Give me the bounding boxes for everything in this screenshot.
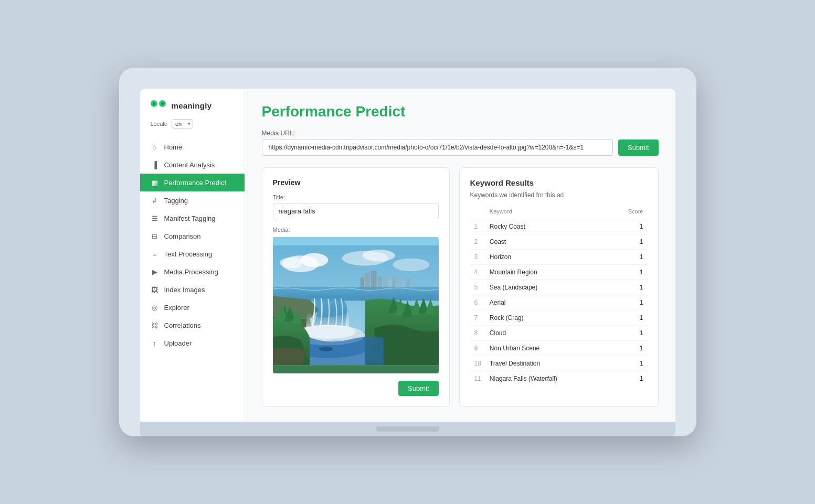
table-row: 8 Cloud 1 [470,326,648,341]
app-layout: meaningly Locale en fr de ⌂ H [140,89,675,422]
upload-icon: ↑ [151,339,159,347]
locale-label: Locale [151,121,167,127]
sidebar-item-correlations[interactable]: ⛓ Correlations [140,316,245,334]
sidebar-item-content-analysis[interactable]: ▐ Content Analysis [140,156,245,174]
url-input[interactable] [262,139,613,156]
preview-panel: Preview Title: Media: [262,167,450,407]
preview-footer: Submit [273,381,439,396]
logo: meaningly [140,89,245,119]
sidebar-item-index-images[interactable]: 🖼 Index Images [140,281,245,298]
locale-wrapper[interactable]: en fr de [172,119,193,128]
locale-select[interactable]: en fr de [172,119,193,128]
row-num: 10 [470,356,485,371]
row-keyword: Aerial [485,295,609,310]
row-score: 1 [609,341,648,356]
content-panels: Preview Title: Media: [262,167,659,407]
home-icon: ⌂ [151,143,159,151]
sidebar-item-content-analysis-label: Content Analysis [164,161,215,169]
sidebar-item-performance-predict[interactable]: ▦ Performance Predict [140,174,245,191]
svg-point-32 [319,347,332,351]
row-keyword: Sea (Landscape) [485,280,609,295]
hashtag-icon: # [151,196,159,205]
row-keyword: Horizon [485,250,609,265]
page-title: Performance Predict [262,103,659,120]
table-row: 2 Coast 1 [470,234,648,250]
link-icon: ⛓ [151,321,159,329]
sidebar-item-manifest-tagging[interactable]: ☰ Manifest Tagging [140,209,245,227]
row-num: 1 [470,219,485,234]
logo-eye-right [159,100,166,107]
sidebar-item-uploader-label: Uploader [164,339,192,347]
sliders-icon: ⊟ [151,232,159,240]
sidebar-item-comparison-label: Comparison [164,232,201,240]
table-row: 10 Travel Destination 1 [470,356,648,371]
row-score: 1 [609,310,648,326]
sidebar-item-tagging-label: Tagging [164,197,188,205]
table-row: 9 Non Urban Scene 1 [470,341,648,356]
row-num: 6 [470,295,485,310]
keyword-panel-title: Keyword Results [470,178,648,187]
sidebar-item-correlations-label: Correlations [164,321,201,329]
title-input[interactable] [273,203,439,219]
row-keyword: Travel Destination [485,356,609,371]
sidebar-item-home-label: Home [164,143,183,151]
title-field-label: Title: [273,194,439,200]
sidebar: meaningly Locale en fr de ⌂ H [140,89,245,422]
media-label: Media: [273,227,439,233]
sidebar-item-media-processing[interactable]: ▶ Media Processing [140,263,245,281]
sidebar-item-explorer-label: Explorer [164,304,189,312]
laptop-screen: meaningly Locale en fr de ⌂ H [140,89,675,422]
sidebar-item-home[interactable]: ⌂ Home [140,138,245,156]
row-score: 1 [609,219,648,234]
table-row: 4 Mountain Region 1 [470,265,648,280]
row-score: 1 [609,371,648,387]
keyword-table: Keyword Score 1 Rocky Coast 1 2 Coast 1 … [470,206,648,386]
row-score: 1 [609,280,648,295]
row-num: 11 [470,371,485,387]
laptop-frame: meaningly Locale en fr de ⌂ H [119,68,696,436]
sidebar-item-text-processing-label: Text Processing [164,250,213,258]
row-keyword: Mountain Region [485,265,609,280]
file-text-icon: ☰ [151,214,159,222]
sidebar-item-text-processing[interactable]: ≡ Text Processing [140,245,245,263]
sidebar-item-explorer[interactable]: ◎ Explorer [140,298,245,316]
row-num: 9 [470,341,485,356]
image-icon: 🖼 [151,285,159,294]
sidebar-item-uploader[interactable]: ↑ Uploader [140,334,245,352]
sidebar-item-comparison[interactable]: ⊟ Comparison [140,227,245,245]
url-input-row: Submit [262,139,659,156]
table-row: 3 Horizon 1 [470,250,648,265]
table-row: 1 Rocky Coast 1 [470,219,648,234]
row-score: 1 [609,295,648,310]
table-row: 7 Rock (Crag) 1 [470,310,648,326]
row-score: 1 [609,356,648,371]
laptop-bottom [140,422,675,436]
col-score: Score [609,206,648,219]
row-score: 1 [609,326,648,341]
logo-icon [151,100,167,111]
url-label: Media URL: [262,130,659,137]
url-section: Media URL: Submit [262,130,659,156]
table-icon: ▦ [151,178,159,187]
row-num: 3 [470,250,485,265]
keyword-panel: Keyword Results Keywords we identified f… [459,167,659,407]
row-score: 1 [609,265,648,280]
table-row: 11 Niagara Falls (Waterfall) 1 [470,371,648,387]
sidebar-nav: ⌂ Home ▐ Content Analysis ▦ Performance … [140,136,245,422]
compass-icon: ◎ [151,303,159,312]
svg-point-2 [300,253,328,267]
sidebar-item-media-processing-label: Media Processing [164,268,218,276]
main-content: Performance Predict Media URL: Submit Pr… [245,89,675,422]
row-keyword: Rock (Crag) [485,310,609,326]
url-submit-button[interactable]: Submit [618,140,658,156]
logo-text: meaningly [172,101,212,110]
row-keyword: Cloud [485,326,609,341]
locale-row: Locale en fr de [140,119,245,136]
preview-submit-button[interactable]: Submit [398,381,438,396]
svg-point-5 [363,250,395,262]
chart-bar-icon: ▐ [151,160,159,169]
row-num: 8 [470,326,485,341]
sidebar-item-tagging[interactable]: # Tagging [140,191,245,209]
align-left-icon: ≡ [151,250,159,258]
col-num [470,206,485,219]
